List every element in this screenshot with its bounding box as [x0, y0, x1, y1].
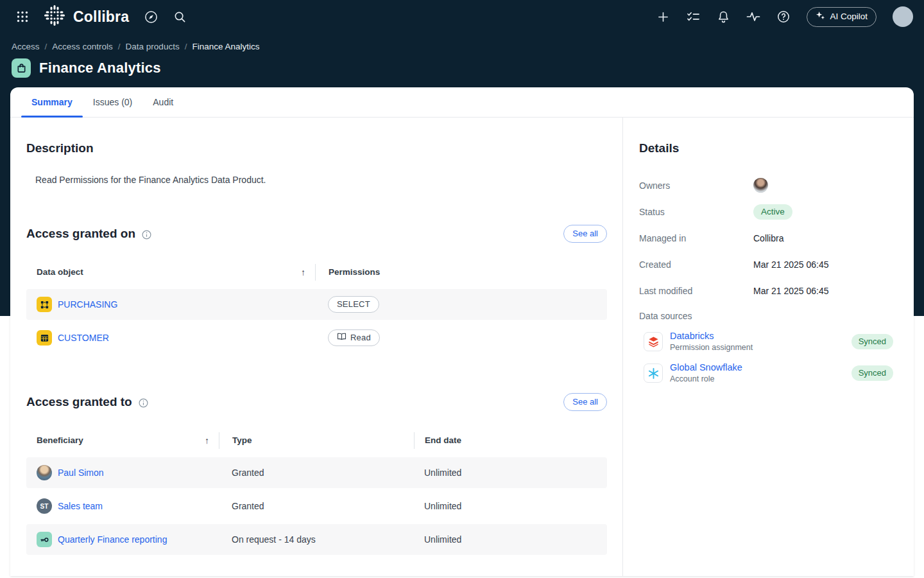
sort-asc-icon[interactable]: ↑ [205, 435, 219, 446]
tasks-checklist-icon[interactable] [686, 10, 700, 24]
data-product-bag-icon [12, 58, 31, 78]
beneficiary-avatar [37, 465, 52, 480]
owner-avatar[interactable] [753, 178, 768, 193]
page-title: Finance Analytics [39, 60, 161, 76]
read-book-icon [337, 333, 346, 342]
breadcrumb-separator: / [118, 42, 121, 51]
tab-audit[interactable]: Audit [142, 87, 184, 117]
beneficiary-link[interactable]: Sales team [58, 501, 103, 511]
end-date-value: Unlimited [414, 501, 607, 511]
main-column: Description Read Permissions for the Fin… [10, 118, 622, 576]
synced-badge: Synced [851, 334, 893, 349]
collibra-logo[interactable]: Collibra [43, 4, 129, 30]
activity-pulse-icon[interactable] [746, 10, 760, 24]
data-source-link[interactable]: Databricks [670, 331, 753, 341]
page-header: Finance Analytics [0, 51, 924, 87]
user-avatar[interactable] [893, 6, 913, 27]
table-row-quarterly-finance[interactable]: Quarterly Finance reporting On request -… [26, 524, 607, 555]
add-plus-icon[interactable] [656, 10, 670, 24]
permission-label: Read [350, 333, 371, 342]
search-icon[interactable] [173, 10, 187, 24]
table-row-customer[interactable]: CUSTOMER Read [26, 322, 607, 353]
permission-pill: Read [328, 329, 380, 346]
status-label: Status [639, 207, 753, 217]
type-value: Granted [219, 501, 414, 511]
data-source-link[interactable]: Global Snowflake [670, 362, 742, 372]
breadcrumb-current: Finance Analytics [192, 42, 259, 51]
info-icon[interactable] [139, 398, 148, 408]
group-avatar: ST [37, 498, 52, 514]
collibra-logo-mark-icon [43, 4, 66, 30]
sparkle-icon [816, 11, 825, 22]
breadcrumb-separator: / [185, 42, 187, 51]
table-row-purchasing[interactable]: PURCHASING SELECT [26, 289, 607, 320]
detail-row-managed-in: Managed in Collibra [639, 225, 893, 251]
compass-browse-icon[interactable] [144, 10, 158, 24]
column-header-data-object: Data object [37, 267, 83, 277]
details-heading: Details [639, 141, 893, 155]
data-object-link[interactable]: CUSTOMER [58, 333, 109, 343]
end-date-value: Unlimited [414, 468, 607, 478]
owners-label: Owners [639, 180, 753, 191]
ai-copilot-label: AI Copilot [830, 12, 868, 21]
notifications-bell-icon[interactable] [716, 10, 730, 24]
detail-row-last-modified: Last modified Mar 21 2025 06:45 [639, 277, 893, 304]
databricks-icon [644, 332, 663, 351]
brand-name: Collibra [73, 8, 129, 26]
top-navigation-bar: Collibra [0, 0, 924, 33]
details-panel: Details Owners Status Active Managed in … [622, 118, 914, 576]
last-modified-label: Last modified [639, 286, 753, 296]
tab-summary[interactable]: Summary [21, 87, 83, 117]
data-source-databricks: Databricks Permission assignment Synced [644, 331, 893, 353]
managed-in-value: Collibra [753, 233, 783, 243]
column-header-end-date: End date [425, 435, 461, 445]
data-source-global-snowflake: Global Snowflake Account role Synced [644, 362, 893, 384]
column-header-permissions: Permissions [329, 267, 380, 277]
breadcrumb: Access / Access controls / Data products… [0, 33, 924, 51]
permission-pill: SELECT [328, 296, 379, 313]
synced-badge: Synced [851, 365, 893, 381]
data-sources-label: Data sources [639, 311, 893, 321]
table-row-paul-simon[interactable]: Paul Simon Granted Unlimited [26, 457, 607, 488]
beneficiary-link[interactable]: Quarterly Finance reporting [58, 534, 167, 545]
tab-bar: Summary Issues (0) Audit [10, 87, 914, 118]
help-icon[interactable] [776, 10, 791, 24]
detail-row-created: Created Mar 21 2025 06:45 [639, 251, 893, 277]
description-text: Read Permissions for the Finance Analyti… [35, 175, 607, 185]
column-header-beneficiary: Beneficiary [37, 435, 83, 445]
table-asset-icon [37, 330, 52, 346]
info-icon[interactable] [142, 230, 151, 240]
breadcrumb-link-data-products[interactable]: Data products [126, 42, 180, 51]
column-header-type: Type [232, 435, 252, 445]
see-all-button-granted-to[interactable]: See all [563, 393, 607, 411]
snowflake-icon [644, 363, 663, 383]
content-card: Summary Issues (0) Audit Description Rea… [10, 87, 914, 576]
tab-issues[interactable]: Issues (0) [83, 87, 142, 117]
breadcrumb-link-access[interactable]: Access [12, 42, 40, 51]
detail-row-owners: Owners [639, 172, 893, 198]
managed-in-label: Managed in [639, 233, 753, 243]
created-value: Mar 21 2025 06:45 [753, 259, 829, 270]
created-label: Created [639, 259, 753, 270]
data-source-subtitle: Account role [670, 374, 714, 383]
app-switcher-grid-icon[interactable] [15, 10, 30, 24]
access-key-icon [37, 532, 52, 547]
access-granted-on-heading: Access granted on [26, 227, 135, 241]
last-modified-value: Mar 21 2025 06:45 [753, 286, 829, 296]
description-heading: Description [26, 141, 607, 155]
access-granted-to-table: Beneficiary ↑ Type End date [26, 426, 607, 555]
ai-copilot-button[interactable]: AI Copilot [807, 7, 877, 27]
detail-row-status: Status Active [639, 198, 893, 225]
data-object-link[interactable]: PURCHASING [58, 299, 117, 310]
table-row-sales-team[interactable]: ST Sales team Granted Unlimited [26, 491, 607, 521]
permission-label: SELECT [337, 299, 370, 309]
beneficiary-link[interactable]: Paul Simon [58, 468, 104, 478]
data-source-subtitle: Permission assignment [670, 343, 753, 352]
type-value: On request - 14 days [219, 534, 414, 545]
see-all-button-granted-on[interactable]: See all [563, 225, 607, 243]
breadcrumb-link-access-controls[interactable]: Access controls [52, 42, 113, 51]
sort-asc-icon[interactable]: ↑ [301, 267, 315, 277]
access-granted-on-table: Data object ↑ Permissions [26, 258, 607, 353]
status-badge: Active [753, 204, 792, 220]
access-granted-to-heading: Access granted to [26, 395, 132, 409]
